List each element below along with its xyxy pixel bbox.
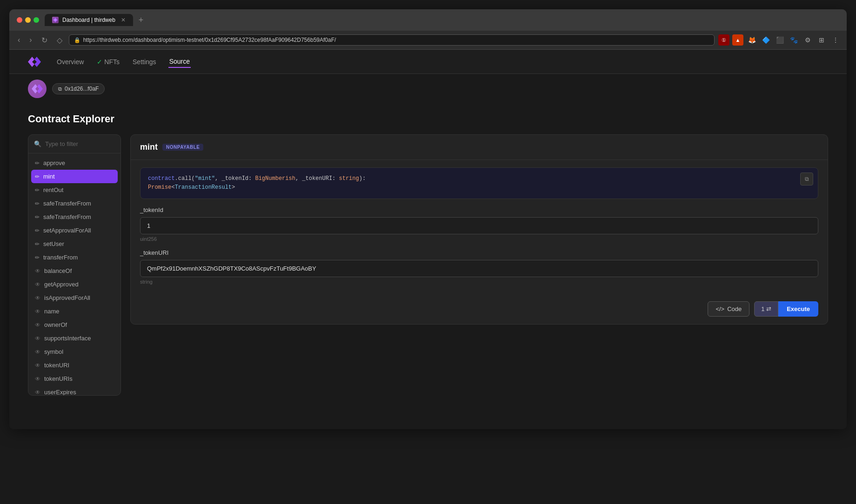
read-icon-supportsinterface: 👁 — [35, 335, 40, 342]
sidebar-item-isapproved[interactable]: 👁 isApprovedForAll — [28, 291, 120, 305]
sidebar-label-balanceof: balanceOf — [44, 267, 72, 274]
app-logo — [28, 57, 41, 67]
sidebar-item-getapproved[interactable]: 👁 getApproved — [28, 278, 120, 291]
write-icon-setapproval: ✏ — [35, 227, 40, 234]
code-button[interactable]: </> Code — [708, 301, 749, 317]
extension-icon-8[interactable]: ⊞ — [816, 34, 827, 46]
menu-button[interactable]: ⋮ — [830, 34, 841, 46]
extension-icon-1[interactable]: ① — [718, 34, 729, 46]
read-icon-tokenuris: 👁 — [35, 376, 40, 382]
sidebar-item-rentout[interactable]: ✏ rentOut — [28, 183, 120, 197]
extension-icon-2[interactable]: ▲ — [732, 34, 743, 46]
write-icon-transferfrom: ✏ — [35, 254, 40, 261]
read-icon-ownerof: 👁 — [35, 322, 40, 328]
write-icon-rentout: ✏ — [35, 187, 40, 193]
sidebar-item-setuser[interactable]: ✏ setUser — [28, 237, 120, 251]
browser-actions: ① ▲ 🦊 🔷 ⬛ 🐾 ⚙ ⊞ ⋮ — [718, 34, 841, 46]
address-bar[interactable]: 🔒 https://thirdweb.com/dashboard/optimis… — [69, 34, 715, 46]
sidebar-item-setapproval[interactable]: ✏ setApprovalForAll — [28, 224, 120, 237]
code-brackets-icon: </> — [716, 305, 724, 312]
sidebar-item-supportsinterface[interactable]: 👁 supportsInterface — [28, 332, 120, 345]
param-tokenid-input[interactable] — [140, 217, 818, 234]
sidebar-label-tokenuri: tokenURI — [44, 362, 69, 369]
nav-nfts[interactable]: ✓ NFTs — [96, 56, 120, 67]
code-line-2: Promise<TransactionResult> — [148, 184, 235, 191]
nav-source[interactable]: Source — [168, 56, 191, 68]
sidebar-item-ownerof[interactable]: 👁 ownerOf — [28, 318, 120, 332]
sidebar-label-isapproved: isApprovedForAll — [44, 294, 90, 301]
sidebar-label-mint: mint — [43, 173, 55, 180]
read-icon-balanceof: 👁 — [35, 268, 40, 274]
contract-address-badge[interactable]: ⧉ 0x1d26...f0aF — [52, 83, 105, 94]
new-tab-button[interactable]: + — [137, 15, 146, 25]
nav-nfts-label: NFTs — [104, 58, 120, 66]
code-button-label: Code — [727, 305, 742, 312]
sidebar-item-transferfrom[interactable]: ✏ transferFrom — [28, 251, 120, 264]
extension-icon-6[interactable]: 🐾 — [788, 34, 799, 46]
page-title: Contract Explorer — [28, 113, 828, 125]
param-tokenuri-label: _tokenURI — [140, 249, 818, 256]
close-button[interactable] — [17, 17, 22, 23]
panel-footer: </> Code 1 ⇄ Execute — [131, 294, 828, 324]
browser-titlebar: Dashboard | thirdweb ✕ + — [9, 9, 847, 31]
maximize-button[interactable] — [33, 17, 39, 23]
browser-toolbar: ‹ › ↻ ◇ 🔒 https://thirdweb.com/dashboard… — [9, 31, 847, 50]
counter-button[interactable]: 1 ⇄ — [754, 301, 778, 317]
sidebar-label-ownerof: ownerOf — [44, 321, 67, 328]
read-icon-getapproved: 👁 — [35, 281, 40, 288]
sidebar-item-safetransfer1[interactable]: ✏ safeTransferFrom — [28, 197, 120, 210]
function-header: mint NONPAYABLE — [131, 135, 828, 160]
copy-code-button[interactable]: ⧉ — [800, 172, 813, 186]
execute-label: Execute — [787, 305, 810, 312]
read-icon-name: 👁 — [35, 308, 40, 315]
forward-button[interactable]: › — [27, 35, 34, 45]
sidebar-item-name[interactable]: 👁 name — [28, 305, 120, 318]
tab-close-icon[interactable]: ✕ — [121, 17, 126, 23]
sidebar-label-safetransfer1: safeTransferFrom — [43, 200, 91, 207]
sidebar-item-mint[interactable]: ✏ mint — [31, 170, 118, 183]
param-tokenuri-type: string — [140, 279, 818, 285]
sidebar-label-supportsinterface: supportsInterface — [44, 335, 91, 342]
sidebar-item-tokenuri[interactable]: 👁 tokenURI — [28, 358, 120, 372]
execute-group: 1 ⇄ Execute — [754, 301, 818, 317]
extension-icon-5[interactable]: ⬛ — [774, 34, 785, 46]
sidebar-item-userexpires[interactable]: 👁 userExpires — [28, 385, 120, 395]
nav-overview[interactable]: Overview — [56, 56, 85, 67]
nav-settings[interactable]: Settings — [132, 56, 157, 67]
tab-title: Dashboard | thirdweb — [62, 17, 115, 23]
write-icon-safetransfer1: ✏ — [35, 200, 40, 207]
search-icon: 🔍 — [34, 140, 41, 147]
param-tokenuri-input[interactable] — [140, 260, 818, 277]
lock-icon: 🔒 — [74, 37, 80, 43]
back-button[interactable]: ‹ — [15, 35, 23, 45]
read-icon-isapproved: 👁 — [35, 295, 40, 301]
sidebar: 🔍 ✏ approve ✏ mint ✏ — [28, 134, 121, 396]
extension-icon-7[interactable]: ⚙ — [802, 34, 813, 46]
read-icon-tokenuri: 👁 — [35, 362, 40, 369]
copy-icon: ⧉ — [58, 86, 62, 92]
sidebar-item-approve[interactable]: ✏ approve — [28, 156, 120, 170]
search-input[interactable] — [45, 140, 115, 147]
sidebar-item-tokenuris[interactable]: 👁 tokenURIs — [28, 372, 120, 385]
function-name: mint — [140, 142, 158, 152]
write-icon-mint: ✏ — [35, 173, 40, 180]
sidebar-item-symbol[interactable]: 👁 symbol — [28, 345, 120, 358]
param-tokenid-label: _tokenId — [140, 206, 818, 213]
app-content: Overview ✓ NFTs Settings Source ⧉ 0x1d26… — [9, 50, 847, 429]
param-tokenid-group: _tokenId uint256 — [140, 206, 818, 242]
refresh-button[interactable]: ↻ — [39, 35, 50, 46]
read-icon-userexpires: 👁 — [35, 389, 40, 396]
sidebar-item-balanceof[interactable]: 👁 balanceOf — [28, 264, 120, 278]
extension-icon-3[interactable]: 🦊 — [746, 34, 757, 46]
extension-icon-4[interactable]: 🔷 — [760, 34, 771, 46]
app-nav: Overview ✓ NFTs Settings Source — [9, 50, 847, 74]
bookmark-button[interactable]: ◇ — [54, 35, 65, 46]
main-content: Contract Explorer 🔍 ✏ approve — [9, 104, 847, 429]
sidebar-label-userexpires: userExpires — [44, 389, 76, 395]
explorer-layout: 🔍 ✏ approve ✏ mint ✏ — [28, 134, 828, 396]
execute-button[interactable]: Execute — [778, 301, 818, 317]
minimize-button[interactable] — [25, 17, 31, 23]
browser-tab-active[interactable]: Dashboard | thirdweb ✕ — [45, 14, 133, 26]
contract-address-text: 0x1d26...f0aF — [65, 86, 99, 92]
sidebar-item-safetransfer2[interactable]: ✏ safeTransferFrom — [28, 210, 120, 224]
